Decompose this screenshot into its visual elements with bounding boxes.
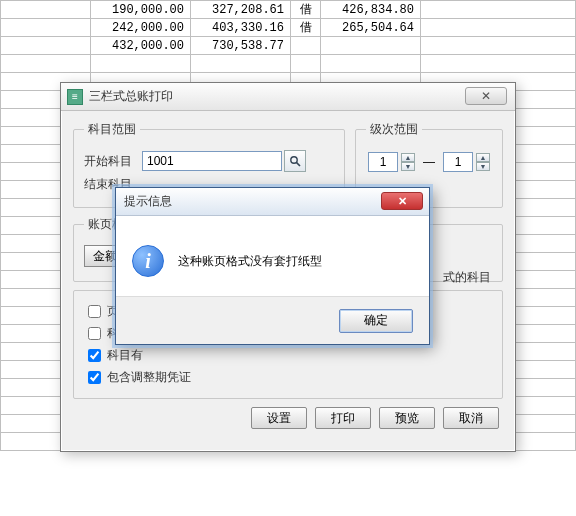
table-cell: 242,000.00: [91, 19, 191, 37]
start-subject-label: 开始科目: [84, 153, 142, 170]
message-close-button[interactable]: ✕: [381, 192, 423, 210]
app-icon: ≡: [67, 89, 83, 105]
message-text: 这种账页格式没有套打纸型: [178, 253, 322, 270]
subject-has-checkbox[interactable]: 科目有: [84, 346, 492, 365]
start-subject-input[interactable]: [142, 151, 282, 171]
table-cell: [421, 19, 576, 37]
table-cell: [421, 55, 576, 73]
level-to-spinner[interactable]: ▲▼: [476, 153, 490, 171]
table-cell: [1, 19, 91, 37]
table-cell: 730,538.77: [191, 37, 291, 55]
table-cell: 432,000.00: [91, 37, 191, 55]
info-icon: i: [132, 245, 164, 277]
table-cell: [291, 37, 321, 55]
level-range-legend: 级次范围: [366, 121, 422, 138]
level-to-input[interactable]: [443, 152, 473, 172]
search-icon: [289, 155, 301, 167]
table-cell: 327,208.61: [191, 1, 291, 19]
message-titlebar[interactable]: 提示信息 ✕: [116, 188, 429, 216]
table-cell: 借: [291, 19, 321, 37]
table-cell: [1, 37, 91, 55]
ok-button[interactable]: 确定: [339, 309, 413, 333]
table-cell: [321, 55, 421, 73]
dialog-titlebar[interactable]: ≡ 三栏式总账打印 ✕: [61, 83, 515, 111]
message-title: 提示信息: [124, 193, 172, 210]
format-right-text: 式的科目: [443, 269, 491, 286]
table-cell: [191, 55, 291, 73]
lookup-button[interactable]: [284, 150, 306, 172]
table-cell: [421, 37, 576, 55]
cancel-button[interactable]: 取消: [443, 407, 499, 429]
dialog-title: 三栏式总账打印: [89, 88, 173, 105]
subject-range-legend: 科目范围: [84, 121, 140, 138]
table-cell: [321, 37, 421, 55]
preview-button[interactable]: 预览: [379, 407, 435, 429]
include-adj-checkbox[interactable]: 包含调整期凭证: [84, 368, 492, 387]
table-cell: [291, 55, 321, 73]
settings-button[interactable]: 设置: [251, 407, 307, 429]
message-box: 提示信息 ✕ i 这种账页格式没有套打纸型 确定: [115, 187, 430, 345]
dialog-close-button[interactable]: ✕: [465, 87, 507, 105]
table-cell: 426,834.80: [321, 1, 421, 19]
table-cell: [1, 55, 91, 73]
svg-line-1: [297, 163, 300, 166]
level-dash: —: [423, 155, 435, 169]
svg-point-0: [291, 157, 297, 163]
table-cell: [421, 1, 576, 19]
print-button[interactable]: 打印: [315, 407, 371, 429]
level-from-input[interactable]: [368, 152, 398, 172]
table-cell: 借: [291, 1, 321, 19]
level-from-spinner[interactable]: ▲▼: [401, 153, 415, 171]
table-cell: 403,330.16: [191, 19, 291, 37]
table-cell: [1, 1, 91, 19]
table-cell: 190,000.00: [91, 1, 191, 19]
table-cell: [91, 55, 191, 73]
table-cell: 265,504.64: [321, 19, 421, 37]
